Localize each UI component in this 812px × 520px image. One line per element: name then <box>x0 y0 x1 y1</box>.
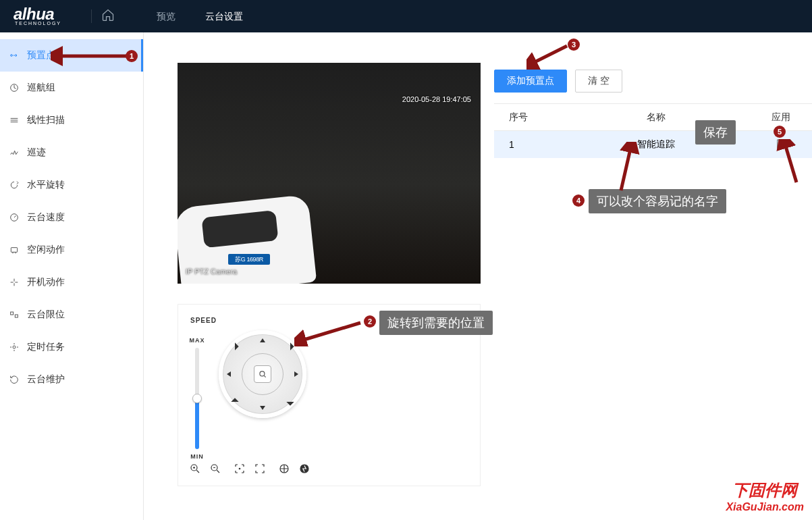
powerup-icon <box>8 276 20 288</box>
sidebar-item-preset[interactable]: 预置点 <box>0 39 143 72</box>
iris-close-icon[interactable] <box>296 460 313 477</box>
iris-open-icon[interactable] <box>275 460 293 477</box>
sidebar-item-scan[interactable]: 线性扫描 <box>0 104 143 136</box>
sidebar-item-label: 水平旋转 <box>27 179 65 191</box>
preset-pane: 添加预置点 清 空 序号 名称 应用 1 智能追踪 <box>494 63 812 284</box>
svg-point-0 <box>11 55 13 57</box>
sidebar-item-label: 线性扫描 <box>27 114 65 126</box>
clear-button[interactable]: 清 空 <box>575 70 622 93</box>
ptz-ne-icon[interactable] <box>285 341 296 353</box>
main-content: 苏G 1698R 2020-05-28 19:47:05 IP PTZ Came… <box>144 32 812 520</box>
pan-icon <box>8 179 20 191</box>
sidebar-item-task[interactable]: 定时任务 <box>0 331 143 363</box>
svg-point-12 <box>239 468 240 469</box>
idle-icon <box>8 244 20 256</box>
sidebar-item-idle[interactable]: 空闲动作 <box>0 234 143 266</box>
annotation-badge-2: 2 <box>364 315 376 328</box>
svg-rect-3 <box>11 248 17 253</box>
limit-icon <box>8 309 20 321</box>
sidebar-item-pan[interactable]: 水平旋转 <box>0 169 143 201</box>
ptz-up-icon[interactable] <box>259 337 267 345</box>
maintenance-icon <box>8 373 20 386</box>
preset-no: 1 <box>494 139 548 150</box>
save-preset-icon[interactable] <box>775 141 787 152</box>
ptz-toolbar <box>186 460 313 477</box>
preset-table: 序号 名称 应用 1 智能追踪 <box>494 103 812 158</box>
camera-label: IP PTZ Camera <box>186 267 237 276</box>
zoom-in-icon[interactable] <box>186 460 204 477</box>
sidebar-item-label: 开机动作 <box>27 276 65 288</box>
add-preset-button[interactable]: 添加预置点 <box>494 70 567 93</box>
sidebar-item-pattern[interactable]: 巡迹 <box>0 136 143 169</box>
divider <box>91 9 92 23</box>
slider-track[interactable] <box>195 348 199 449</box>
sidebar-item-label: 空闲动作 <box>27 244 65 256</box>
pattern-icon <box>8 147 20 159</box>
ptz-center-button[interactable] <box>254 365 271 383</box>
sidebar-item-tour[interactable]: 巡航组 <box>0 72 143 104</box>
video-preview[interactable]: 苏G 1698R 2020-05-28 19:47:05 IP PTZ Came… <box>178 63 481 284</box>
svg-rect-4 <box>11 312 13 315</box>
scan-icon <box>8 114 20 126</box>
speed-max-label: MAX <box>190 337 205 344</box>
sidebar-item-label: 预置点 <box>27 49 55 61</box>
sidebar: 预置点 巡航组 线性扫描 巡迹 水平旋转 云台速度 空闲动作 开机动作 云台限位… <box>0 32 144 520</box>
sidebar-item-label: 云台速度 <box>27 211 65 224</box>
annotation-tip-4: 可以改个容易记的名字 <box>589 189 726 213</box>
speed-min-label: MIN <box>190 453 204 460</box>
annotation-tip-2: 旋转到需要的位置 <box>379 311 493 335</box>
annotation-tip-save: 保存 <box>695 120 736 145</box>
sidebar-item-label: 云台维护 <box>27 373 65 386</box>
ptz-nw-icon[interactable] <box>229 341 241 353</box>
sidebar-item-powerup[interactable]: 开机动作 <box>0 266 143 298</box>
focus-near-icon[interactable] <box>231 460 248 477</box>
sidebar-item-limit[interactable]: 云台限位 <box>0 298 143 331</box>
sidebar-item-speed[interactable]: 云台速度 <box>0 201 143 234</box>
speed-icon <box>8 211 20 224</box>
svg-rect-7 <box>779 140 783 142</box>
ptz-sw-icon[interactable] <box>229 396 241 408</box>
col-header-action: 应用 <box>763 111 812 124</box>
annotation-badge-1: 1 <box>126 50 138 62</box>
sidebar-item-label: 定时任务 <box>27 341 65 353</box>
annotation-badge-5: 5 <box>774 126 786 138</box>
brand-logo: alhuaTECHNOLOGY <box>13 7 61 26</box>
task-icon <box>8 341 20 353</box>
nav-preview[interactable]: 预览 <box>142 0 190 32</box>
annotation-badge-3: 3 <box>568 38 580 51</box>
zoom-out-icon[interactable] <box>207 460 224 477</box>
ptz-left-icon[interactable] <box>225 370 234 378</box>
video-timestamp: 2020-05-28 19:47:05 <box>402 95 471 103</box>
ptz-se-icon[interactable] <box>285 396 296 408</box>
slider-thumb[interactable] <box>192 394 202 403</box>
focus-far-icon[interactable] <box>251 460 269 477</box>
svg-rect-5 <box>15 315 18 317</box>
sidebar-item-label: 巡航组 <box>27 82 55 94</box>
sidebar-item-label: 巡迹 <box>27 147 46 159</box>
top-nav: 预览 云台设置 <box>142 0 258 32</box>
ptz-right-icon[interactable] <box>292 370 300 378</box>
annotation-badge-4: 4 <box>572 194 585 207</box>
svg-rect-8 <box>779 144 783 147</box>
ptz-down-icon[interactable] <box>259 403 267 411</box>
svg-point-9 <box>260 371 265 376</box>
home-icon[interactable] <box>101 8 115 24</box>
tour-icon <box>8 82 20 94</box>
sidebar-item-label: 云台限位 <box>27 309 65 321</box>
col-header-no: 序号 <box>494 111 548 124</box>
svg-point-6 <box>13 346 16 348</box>
ptz-dial <box>219 330 306 418</box>
license-plate: 苏G 1698R <box>228 254 270 265</box>
sidebar-item-maintenance[interactable]: 云台维护 <box>0 363 143 396</box>
preset-icon <box>8 49 20 61</box>
speed-slider[interactable]: MAX MIN <box>190 337 204 461</box>
table-row[interactable]: 1 智能追踪 <box>494 131 812 158</box>
nav-ptz-settings[interactable]: 云台设置 <box>190 0 258 32</box>
top-bar: alhuaTECHNOLOGY 预览 云台设置 <box>0 0 812 32</box>
